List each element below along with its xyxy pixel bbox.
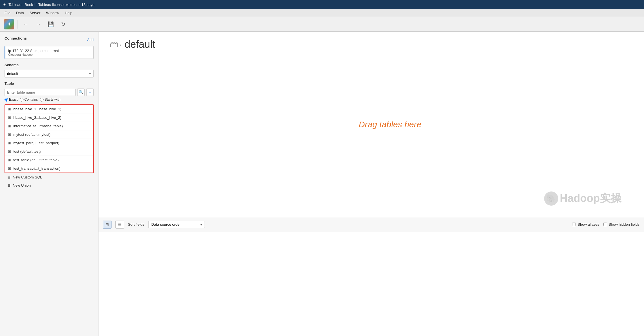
schema-label: Schema — [5, 63, 94, 67]
sort-dropdown[interactable]: Data source order Alphabetical — [148, 221, 205, 228]
database-icon: 🗃 · — [110, 40, 122, 49]
show-aliases-checkbox[interactable] — [572, 223, 576, 226]
menu-server[interactable]: Server — [27, 10, 43, 16]
sort-label: Sort fields — [128, 222, 144, 227]
add-connection-link[interactable]: Add — [87, 38, 94, 42]
table-grid-icon-4: ⊞ — [8, 141, 11, 145]
watermark-text: Hadoop实操 — [560, 191, 621, 206]
new-union[interactable]: ⊞ New Union — [5, 181, 94, 189]
fields-toolbar: ⊞ ☰ Sort fields Data source order Alphab… — [98, 217, 644, 232]
table-search-input[interactable] — [5, 89, 76, 96]
table-item-1[interactable]: ⊞ hbase_hive_2...base_hive_2) — [5, 113, 93, 122]
schema-dropdown[interactable]: default — [5, 70, 94, 77]
table-item-4[interactable]: ⊞ mytest_parqu...est_parquet) — [5, 139, 93, 147]
connections-label: Connections — [5, 36, 27, 40]
filter-starts-with[interactable]: Starts with — [40, 98, 60, 102]
connection-type: Cloudera Hadoop — [8, 53, 91, 56]
save-button[interactable]: 💾 — [46, 20, 55, 29]
table-item-0[interactable]: ⊞ hbase_hive_1...base_hive_1) — [5, 105, 93, 113]
filter-row: Exact Contains Starts with — [5, 98, 94, 102]
connection-name: ip-172-31-22-8...mpute.internal — [8, 49, 91, 53]
table-item-7[interactable]: ⊞ test_transacti...t_transaction) — [5, 164, 93, 173]
filter-contains[interactable]: Contains — [20, 98, 38, 102]
fields-panel: ⊞ ☰ Sort fields Data source order Alphab… — [98, 217, 644, 336]
drag-hint: Drag tables here — [359, 120, 422, 129]
menu-bar: File Data Server Window Help — [0, 9, 644, 17]
menu-data[interactable]: Data — [13, 10, 27, 16]
canvas-area[interactable]: 🗃 · default Drag tables here 🐘 Hadoop实操 — [98, 32, 644, 217]
app-icon: ✦ — [3, 2, 6, 7]
add-table-button[interactable]: + — [86, 89, 94, 96]
table-section: Table 🔍 + Exact Contains Starts with — [5, 81, 94, 102]
connection-item[interactable]: ip-172-31-22-8...mpute.internal Cloudera… — [5, 46, 94, 59]
union-icon: ⊞ — [7, 183, 10, 188]
show-aliases-label[interactable]: Show aliases — [572, 222, 599, 227]
grid-view-button[interactable]: ⊞ — [103, 221, 111, 229]
table-grid-icon-6: ⊞ — [8, 158, 11, 162]
table-list: ⊞ hbase_hive_1...base_hive_1) ⊞ hbase_hi… — [5, 104, 94, 173]
menu-help[interactable]: Help — [62, 10, 75, 16]
table-item-2[interactable]: ⊞ informatica_ta...rmatica_table) — [5, 122, 93, 130]
content-area: 🗃 · default Drag tables here 🐘 Hadoop实操 … — [98, 32, 644, 336]
table-label: Table — [5, 81, 94, 86]
table-grid-icon-1: ⊞ — [8, 115, 11, 120]
refresh-button[interactable]: ↻ — [59, 20, 68, 29]
tableau-logo: ✦ — [4, 19, 14, 29]
filter-exact[interactable]: Exact — [5, 98, 18, 102]
table-grid-icon-7: ⊞ — [8, 166, 11, 171]
table-item-3[interactable]: ⊞ mytest (default.mytest) — [5, 130, 93, 139]
watermark-icon: 🐘 — [544, 191, 558, 206]
table-item-6[interactable]: ⊞ test_table (de...lt.test_table) — [5, 156, 93, 164]
title-bar: ✦ Tableau - Book1 - Tableau license expi… — [0, 0, 644, 9]
show-aliases-text: Show aliases — [578, 222, 599, 227]
page-title-area: 🗃 · default — [110, 38, 155, 50]
show-hidden-fields-checkbox[interactable] — [603, 223, 607, 226]
search-button[interactable]: 🔍 — [77, 89, 85, 96]
show-hidden-fields-text: Show hidden fields — [609, 222, 639, 227]
table-grid-icon-0: ⊞ — [8, 107, 11, 111]
custom-sql-icon: ⊞ — [7, 175, 10, 179]
table-grid-icon-2: ⊞ — [8, 124, 11, 128]
table-grid-icon-3: ⊞ — [8, 132, 11, 137]
title-bar-text: Tableau - Book1 - Tableau license expire… — [8, 3, 94, 7]
back-button[interactable]: ← — [21, 20, 30, 29]
sidebar: Connections Add ip-172-31-22-8...mpute.i… — [0, 32, 98, 336]
sort-dropdown-wrapper: Data source order Alphabetical ▼ — [148, 221, 205, 228]
schema-section: Schema default ▼ — [5, 63, 94, 77]
watermark: 🐘 Hadoop实操 — [544, 191, 621, 206]
show-hidden-fields-label[interactable]: Show hidden fields — [603, 222, 639, 227]
menu-window[interactable]: Window — [43, 10, 62, 16]
page-title-text: default — [125, 38, 155, 50]
schema-dropdown-wrapper: default ▼ — [5, 70, 94, 77]
forward-button[interactable]: → — [34, 20, 43, 29]
fields-content — [98, 232, 644, 336]
main-layout: Connections Add ip-172-31-22-8...mpute.i… — [0, 32, 644, 336]
list-view-button[interactable]: ☰ — [115, 221, 124, 229]
search-row: 🔍 + — [5, 89, 94, 96]
toolbar-divider-1 — [18, 20, 18, 29]
menu-file[interactable]: File — [2, 10, 13, 16]
table-item-5[interactable]: ⊞ test (default.test) — [5, 147, 93, 156]
new-custom-sql[interactable]: ⊞ New Custom SQL — [5, 173, 94, 181]
toolbar: ✦ ← → 💾 ↻ — [0, 17, 644, 32]
table-grid-icon-5: ⊞ — [8, 149, 11, 154]
